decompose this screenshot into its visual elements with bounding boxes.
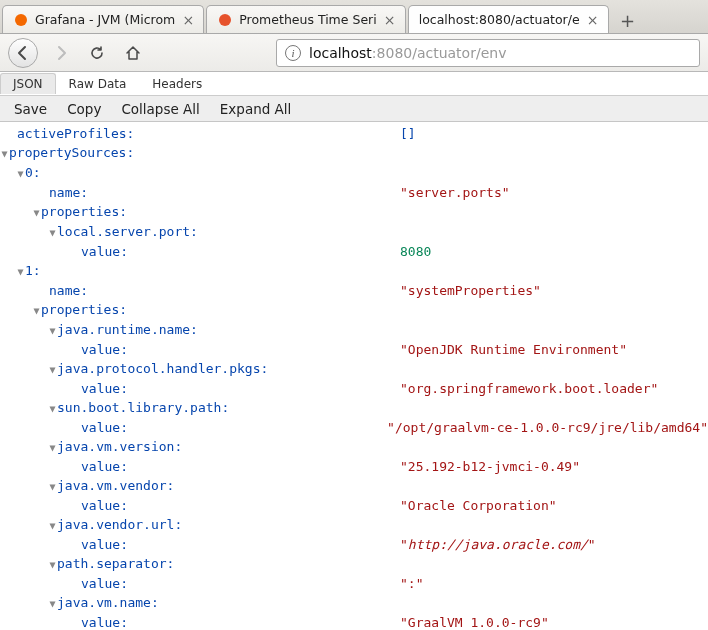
twisty-down-icon[interactable]: ▼ <box>48 223 57 242</box>
twisty-down-icon[interactable]: ▼ <box>48 477 57 496</box>
twisty-down-icon[interactable]: ▼ <box>48 360 57 379</box>
twisty-down-icon[interactable]: ▼ <box>16 164 25 183</box>
navigation-toolbar: i localhost:8080/actuator/env <box>0 34 708 72</box>
home-button[interactable] <box>120 40 146 66</box>
json-value: "server.ports" <box>400 183 510 202</box>
tab-raw-data[interactable]: Raw Data <box>56 73 140 94</box>
arrow-right-icon <box>53 45 69 61</box>
twisty-down-icon[interactable]: ▼ <box>48 321 57 340</box>
json-row[interactable]: ▼java.vendor.url: <box>0 515 708 535</box>
copy-button[interactable]: Copy <box>57 99 111 119</box>
twisty-down-icon[interactable]: ▼ <box>48 438 57 457</box>
grafana-icon <box>13 12 29 28</box>
tab-title: Prometheus Time Seri <box>239 12 376 27</box>
tab-json[interactable]: JSON <box>0 73 56 94</box>
json-value: "25.192-b12-jvmci-0.49" <box>400 457 580 476</box>
json-value: "systemProperties" <box>400 281 541 300</box>
json-row[interactable]: name: "systemProperties" <box>0 281 708 300</box>
twisty-down-icon[interactable]: ▼ <box>16 262 25 281</box>
twisty-down-icon[interactable]: ▼ <box>48 555 57 574</box>
json-value: 8080 <box>400 242 431 261</box>
json-row[interactable]: ▼path.separator: <box>0 554 708 574</box>
twisty-down-icon[interactable]: ▼ <box>32 301 41 320</box>
tab-title: localhost:8080/actuator/e <box>419 12 580 27</box>
json-row[interactable]: ▼local.server.port: <box>0 222 708 242</box>
collapse-all-button[interactable]: Collapse All <box>111 99 209 119</box>
twisty-down-icon[interactable]: ▼ <box>0 144 9 163</box>
json-row[interactable]: value: "GraalVM 1.0.0-rc9" <box>0 613 708 630</box>
twisty-down-icon[interactable]: ▼ <box>32 203 41 222</box>
expand-all-button[interactable]: Expand All <box>210 99 302 119</box>
json-row[interactable]: ▼java.vm.name: <box>0 593 708 613</box>
json-row[interactable]: ▼propertySources: <box>0 143 708 163</box>
json-row[interactable]: value: "25.192-b12-jvmci-0.49" <box>0 457 708 476</box>
json-tree: activeProfiles: [] ▼propertySources: ▼0:… <box>0 122 708 630</box>
json-row[interactable]: ▼sun.boot.library.path: <box>0 398 708 418</box>
json-row[interactable]: value: "http://java.oracle.com/" <box>0 535 708 554</box>
address-bar[interactable]: i localhost:8080/actuator/env <box>276 39 700 67</box>
json-row[interactable]: ▼java.runtime.name: <box>0 320 708 340</box>
json-row[interactable]: value: 8080 <box>0 242 708 261</box>
close-icon[interactable]: × <box>586 12 600 28</box>
json-row[interactable]: ▼java.vm.version: <box>0 437 708 457</box>
save-button[interactable]: Save <box>4 99 57 119</box>
json-row[interactable]: value: "Oracle Corporation" <box>0 496 708 515</box>
site-info-icon[interactable]: i <box>285 45 301 61</box>
prometheus-icon <box>217 12 233 28</box>
json-value: "org.springframework.boot.loader" <box>400 379 658 398</box>
json-value: "http://java.oracle.com/" <box>400 535 596 554</box>
forward-button[interactable] <box>48 40 74 66</box>
close-icon[interactable]: × <box>383 12 397 28</box>
json-viewer-tabs: JSON Raw Data Headers <box>0 72 708 96</box>
json-row[interactable]: value: ":" <box>0 574 708 593</box>
json-row[interactable]: name: "server.ports" <box>0 183 708 202</box>
browser-tab-strip: Grafana - JVM (Microm × Prometheus Time … <box>0 0 708 34</box>
tab-title: Grafana - JVM (Microm <box>35 12 175 27</box>
json-row[interactable]: ▼java.protocol.handler.pkgs: <box>0 359 708 379</box>
close-icon[interactable]: × <box>181 12 195 28</box>
svg-point-1 <box>219 14 231 26</box>
twisty-down-icon[interactable]: ▼ <box>48 399 57 418</box>
twisty-down-icon[interactable]: ▼ <box>48 594 57 613</box>
url-text: localhost:8080/actuator/env <box>309 45 506 61</box>
json-row[interactable]: value: "OpenJDK Runtime Environment" <box>0 340 708 359</box>
json-row[interactable]: ▼java.vm.vendor: <box>0 476 708 496</box>
json-value: [] <box>400 124 416 143</box>
json-row[interactable]: value: "/opt/graalvm-ce-1.0.0-rc9/jre/li… <box>0 418 708 437</box>
json-row[interactable]: ▼0: <box>0 163 708 183</box>
reload-button[interactable] <box>84 40 110 66</box>
browser-tab-grafana[interactable]: Grafana - JVM (Microm × <box>2 5 204 33</box>
json-row[interactable]: activeProfiles: [] <box>0 124 708 143</box>
json-action-bar: Save Copy Collapse All Expand All <box>0 96 708 122</box>
reload-icon <box>89 45 105 61</box>
json-value: "/opt/graalvm-ce-1.0.0-rc9/jre/lib/amd64… <box>387 418 708 437</box>
json-value: "GraalVM 1.0.0-rc9" <box>400 613 549 630</box>
json-row[interactable]: ▼properties: <box>0 300 708 320</box>
arrow-left-icon <box>15 45 31 61</box>
json-row[interactable]: ▼properties: <box>0 202 708 222</box>
new-tab-button[interactable]: + <box>614 7 642 33</box>
twisty-down-icon[interactable]: ▼ <box>48 516 57 535</box>
home-icon <box>125 45 141 61</box>
tab-headers[interactable]: Headers <box>139 73 215 94</box>
json-row[interactable]: ▼1: <box>0 261 708 281</box>
browser-tab-prometheus[interactable]: Prometheus Time Seri × <box>206 5 405 33</box>
json-row[interactable]: value: "org.springframework.boot.loader" <box>0 379 708 398</box>
back-button[interactable] <box>8 38 38 68</box>
browser-tab-actuator[interactable]: localhost:8080/actuator/e × <box>408 5 609 33</box>
json-value: "Oracle Corporation" <box>400 496 557 515</box>
svg-point-0 <box>15 14 27 26</box>
json-value: "OpenJDK Runtime Environment" <box>400 340 627 359</box>
json-value: ":" <box>400 574 423 593</box>
